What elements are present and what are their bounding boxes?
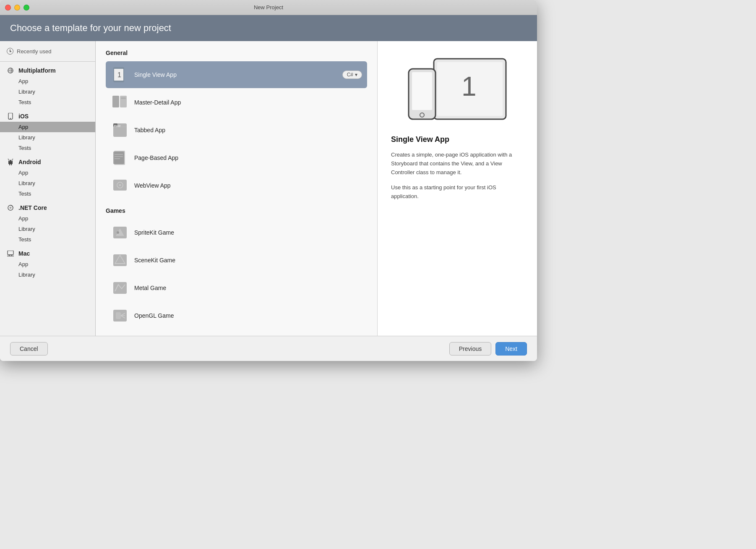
master-detail-app-name: Master-Detail App [134,99,362,106]
cancel-button[interactable]: Cancel [10,342,48,356]
template-item-single-view-app[interactable]: 1 Single View App C# ▾ [106,61,367,88]
android-icon [7,158,14,166]
mac-label: Mac [18,250,30,257]
metal-game-icon [111,279,129,297]
sidebar-item-mac-app[interactable]: App [0,259,95,269]
sidebar-header-multiplatform[interactable]: Multiplatform [0,63,95,76]
template-item-metal-game[interactable]: Metal Game [106,274,367,301]
navigation-buttons: Previous Next [449,342,527,356]
svg-rect-46 [412,72,432,110]
multiplatform-label: Multiplatform [18,67,56,74]
sidebar-item-ios-library[interactable]: Library [0,132,95,143]
svg-text:First: First [114,125,121,128]
sidebar-section-ios: iOS App Library Tests [0,109,95,153]
window-title: New Project [254,4,283,10]
single-view-app-icon: 1 [111,65,129,84]
template-item-opengl-game[interactable]: OpenGL Game [106,302,367,329]
opengl-game-name: OpenGL Game [134,312,362,319]
spritekit-game-name: SpriteKit Game [134,229,362,236]
svg-rect-41 [116,312,121,319]
sidebar-item-ios-tests[interactable]: Tests [0,143,95,153]
recently-used-label: Recently used [17,48,51,55]
preview-illustration: 1 [407,58,508,122]
webview-app-icon [111,176,129,195]
clock-icon [7,48,13,55]
svg-line-11 [12,255,12,256]
svg-rect-20 [121,97,126,99]
preview-description-2: Use this as a starting point for your fi… [391,183,524,201]
general-section-title: General [106,50,367,56]
template-item-scenekit-game[interactable]: SceneKit Game [106,247,367,274]
sidebar-item-ios-app[interactable]: App [0,122,95,132]
svg-point-3 [9,160,10,161]
preview-title: Single View App [391,135,449,144]
template-item-spritekit-game[interactable]: SpriteKit Game [106,219,367,246]
android-label: Android [18,159,41,165]
svg-line-10 [9,255,10,256]
header-bar: Choose a template for your new project [0,15,537,41]
sidebar-item-dotnet-library[interactable]: Library [0,224,95,234]
svg-rect-26 [113,152,124,164]
tabbed-app-icon: First [111,121,129,139]
sidebar-section-android: Android App Library Tests [0,155,95,199]
sidebar-item-android-library[interactable]: Library [0,178,95,188]
ios-label: iOS [18,113,29,120]
single-view-app-name: Single View App [134,71,337,78]
spritekit-game-icon [111,223,129,242]
titlebar-buttons [5,5,29,10]
sidebar-item-dotnet-tests[interactable]: Tests [0,234,95,245]
titlebar: New Project [0,0,537,15]
single-view-app-badge[interactable]: C# ▾ [342,71,362,79]
sidebar-section-dotnet: .NET Core App Library Tests [0,201,95,245]
sidebar-item-multiplatform-tests[interactable]: Tests [0,97,95,107]
sidebar-item-multiplatform-app[interactable]: App [0,76,95,86]
dotnet-icon [7,204,14,212]
mac-icon [7,250,14,257]
svg-line-5 [8,159,9,160]
sidebar-header-dotnet[interactable]: .NET Core [0,201,95,213]
sidebar-header-ios[interactable]: iOS [0,109,95,122]
sidebar-item-multiplatform-library[interactable]: Library [0,86,95,97]
svg-rect-8 [8,251,13,255]
next-button[interactable]: Next [495,342,527,356]
master-detail-app-icon [111,93,129,112]
preview-description-1: Creates a simple, one-page iOS applicati… [391,151,524,177]
phone-illustration [407,68,437,120]
opengl-game-icon [111,306,129,325]
template-item-page-based-app[interactable]: Page-Based App [106,144,367,171]
sidebar-section-multiplatform: Multiplatform App Library Tests [0,63,95,107]
ios-icon [7,112,14,120]
sidebar-recently-used[interactable]: Recently used [0,44,95,60]
tablet-illustration: 1 [432,58,508,120]
page-based-app-name: Page-Based App [134,154,362,161]
previous-button[interactable]: Previous [449,342,491,356]
scenekit-game-icon [111,251,129,269]
page-based-app-icon [111,149,129,167]
dotnet-label: .NET Core [18,204,47,211]
sidebar-item-android-app[interactable]: App [0,167,95,178]
multiplatform-icon [7,67,14,74]
minimize-button[interactable] [14,5,20,10]
bottom-bar: Cancel Previous Next [0,336,537,361]
sidebar-item-mac-library[interactable]: Library [0,269,95,280]
template-item-webview-app[interactable]: WebView App [106,172,367,199]
sidebar: Recently used Multiplatform App Library … [0,41,96,336]
games-section-title: Games [106,207,367,214]
sidebar-item-dotnet-app[interactable]: App [0,213,95,224]
page-title: Choose a template for your new project [10,23,171,34]
sidebar-header-mac[interactable]: Mac [0,246,95,259]
sidebar-item-android-tests[interactable]: Tests [0,188,95,199]
svg-rect-36 [113,254,127,266]
template-item-tabbed-app[interactable]: First Tabbed App [106,117,367,144]
sidebar-header-android[interactable]: Android [0,155,95,167]
scenekit-game-name: SceneKit Game [134,257,362,264]
maximize-button[interactable] [23,5,29,10]
template-item-master-detail-app[interactable]: Master-Detail App [106,89,367,116]
right-panel: 1 Single View App Creates a simple, one-… [378,41,537,336]
svg-rect-15 [112,96,119,107]
svg-rect-39 [113,282,127,294]
close-button[interactable] [5,5,11,10]
sidebar-section-mac: Mac App Library [0,246,95,280]
tabbed-app-name: Tabbed App [134,127,362,133]
center-panel: General 1 Single View App C# ▾ [96,41,378,336]
